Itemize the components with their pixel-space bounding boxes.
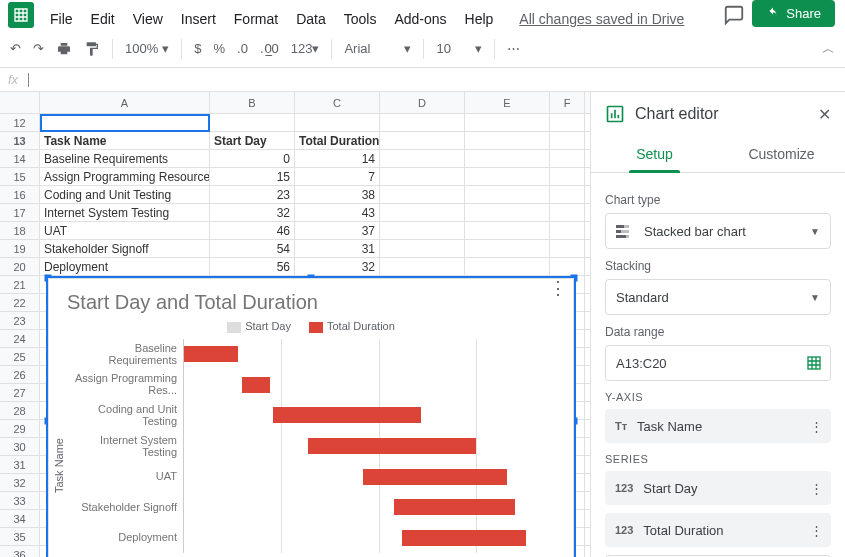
cell-D18[interactable] xyxy=(380,222,465,239)
row-header-12[interactable]: 12 xyxy=(0,114,40,131)
cell-E14[interactable] xyxy=(465,150,550,167)
menu-help[interactable]: Help xyxy=(465,11,494,27)
cell-F12[interactable] xyxy=(550,114,585,131)
col-header-b[interactable]: B xyxy=(210,92,295,113)
close-icon[interactable]: ✕ xyxy=(818,105,831,124)
series-field-start-day[interactable]: 123 Start Day ⋮ xyxy=(605,471,831,505)
cell-A20[interactable]: Deployment xyxy=(40,258,210,275)
cell-B19[interactable]: 54 xyxy=(210,240,295,257)
menu-file[interactable]: File xyxy=(50,11,73,27)
tab-setup[interactable]: Setup xyxy=(591,136,718,172)
row-header-15[interactable]: 15 xyxy=(0,168,40,185)
col-header-a[interactable]: A xyxy=(40,92,210,113)
row-header-13[interactable]: 13 xyxy=(0,132,40,149)
save-status[interactable]: All changes saved in Drive xyxy=(519,11,684,27)
share-button[interactable]: Share xyxy=(752,0,835,27)
collapse-toolbar-icon[interactable]: ︿ xyxy=(822,40,835,58)
menu-edit[interactable]: Edit xyxy=(91,11,115,27)
cell-C19[interactable]: 31 xyxy=(295,240,380,257)
cell-D20[interactable] xyxy=(380,258,465,275)
row-header-21[interactable]: 21 xyxy=(0,276,40,293)
row-header-20[interactable]: 20 xyxy=(0,258,40,275)
cell-B20[interactable]: 56 xyxy=(210,258,295,275)
row-header-33[interactable]: 33 xyxy=(0,492,40,509)
cell-A12[interactable] xyxy=(40,114,210,131)
data-range-input[interactable]: A13:C20 xyxy=(605,345,831,381)
row-header-17[interactable]: 17 xyxy=(0,204,40,221)
cell-F20[interactable] xyxy=(550,258,585,275)
row-header-34[interactable]: 34 xyxy=(0,510,40,527)
currency-icon[interactable]: $ xyxy=(194,41,201,56)
row-header-32[interactable]: 32 xyxy=(0,474,40,491)
row-header-31[interactable]: 31 xyxy=(0,456,40,473)
cell-F19[interactable] xyxy=(550,240,585,257)
zoom-select[interactable]: 100% ▾ xyxy=(125,41,169,56)
row-header-23[interactable]: 23 xyxy=(0,312,40,329)
number-format-select[interactable]: 123▾ xyxy=(291,41,320,56)
more-toolbar-icon[interactable]: ⋯ xyxy=(507,41,520,56)
cell-C15[interactable]: 7 xyxy=(295,168,380,185)
cell-F16[interactable] xyxy=(550,186,585,203)
menu-insert[interactable]: Insert xyxy=(181,11,216,27)
row-header-18[interactable]: 18 xyxy=(0,222,40,239)
row-header-25[interactable]: 25 xyxy=(0,348,40,365)
cell-E16[interactable] xyxy=(465,186,550,203)
cell-F14[interactable] xyxy=(550,150,585,167)
cell-E18[interactable] xyxy=(465,222,550,239)
more-icon[interactable]: ⋮ xyxy=(810,419,823,434)
cell-A19[interactable]: Stakeholder Signoff xyxy=(40,240,210,257)
cell-B17[interactable]: 32 xyxy=(210,204,295,221)
decrease-decimal-icon[interactable]: .0 xyxy=(237,41,248,56)
row-header-22[interactable]: 22 xyxy=(0,294,40,311)
cell-E20[interactable] xyxy=(465,258,550,275)
yaxis-field[interactable]: Tт Task Name ⋮ xyxy=(605,409,831,443)
comments-icon[interactable] xyxy=(723,4,745,26)
cell-B12[interactable] xyxy=(210,114,295,131)
cell-C16[interactable]: 38 xyxy=(295,186,380,203)
cell-E15[interactable] xyxy=(465,168,550,185)
col-header-d[interactable]: D xyxy=(380,92,465,113)
paint-format-icon[interactable] xyxy=(84,41,100,57)
cell-C14[interactable]: 14 xyxy=(295,150,380,167)
font-size-select[interactable]: 10▾ xyxy=(436,41,481,56)
row-header-26[interactable]: 26 xyxy=(0,366,40,383)
percent-icon[interactable]: % xyxy=(213,41,225,56)
more-icon[interactable]: ⋮ xyxy=(810,481,823,496)
cell-F17[interactable] xyxy=(550,204,585,221)
cell-B15[interactable]: 15 xyxy=(210,168,295,185)
cell-D15[interactable] xyxy=(380,168,465,185)
cell-C17[interactable]: 43 xyxy=(295,204,380,221)
grid-area[interactable]: 1213Task NameStart DayTotal Duration14Ba… xyxy=(0,114,590,557)
select-range-icon[interactable] xyxy=(806,355,822,371)
print-icon[interactable] xyxy=(56,41,72,57)
cell-D14[interactable] xyxy=(380,150,465,167)
row-header-28[interactable]: 28 xyxy=(0,402,40,419)
cell-A13[interactable]: Task Name xyxy=(40,132,210,149)
cell-B13[interactable]: Start Day xyxy=(210,132,295,149)
font-select[interactable]: Arial▾ xyxy=(344,41,411,56)
cell-C13[interactable]: Total Duration xyxy=(295,132,380,149)
menu-view[interactable]: View xyxy=(133,11,163,27)
cell-A18[interactable]: UAT xyxy=(40,222,210,239)
row-header-35[interactable]: 35 xyxy=(0,528,40,545)
cell-B16[interactable]: 23 xyxy=(210,186,295,203)
cell-F13[interactable] xyxy=(550,132,585,149)
col-header-f[interactable]: F xyxy=(550,92,585,113)
cell-C18[interactable]: 37 xyxy=(295,222,380,239)
chart-type-select[interactable]: Stacked bar chart ▼ xyxy=(605,213,831,249)
cell-A15[interactable]: Assign Programming Resources xyxy=(40,168,210,185)
row-header-27[interactable]: 27 xyxy=(0,384,40,401)
menu-addons[interactable]: Add-ons xyxy=(394,11,446,27)
spreadsheet[interactable]: A B C D E F 1213Task NameStart DayTotal … xyxy=(0,92,590,557)
formula-bar[interactable]: fx xyxy=(0,68,845,92)
chart-menu-icon[interactable]: ⋮ xyxy=(549,283,567,293)
stacking-select[interactable]: Standard ▼ xyxy=(605,279,831,315)
cell-E12[interactable] xyxy=(465,114,550,131)
cell-D16[interactable] xyxy=(380,186,465,203)
row-header-36[interactable]: 36 xyxy=(0,546,40,557)
row-header-30[interactable]: 30 xyxy=(0,438,40,455)
col-header-c[interactable]: C xyxy=(295,92,380,113)
cell-D19[interactable] xyxy=(380,240,465,257)
select-all-corner[interactable] xyxy=(0,92,40,113)
series-field-total-duration[interactable]: 123 Total Duration ⋮ xyxy=(605,513,831,547)
